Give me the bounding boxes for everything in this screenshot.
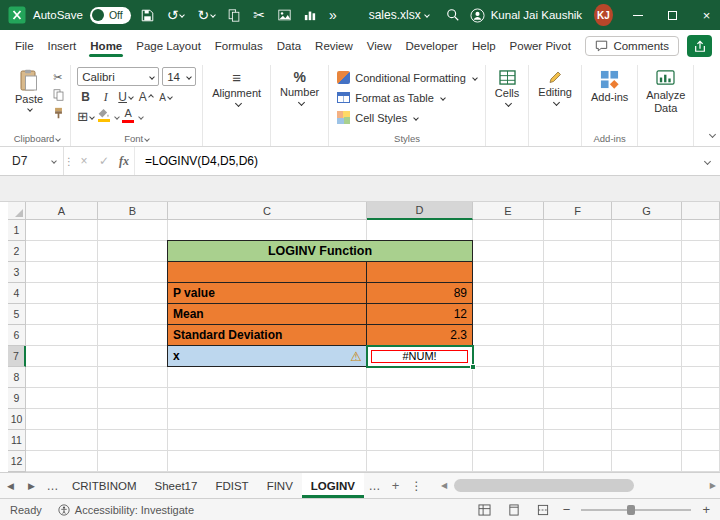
tab-power-pivot[interactable]: Power Pivot [509, 31, 572, 61]
row-header-3[interactable]: 3 [8, 262, 26, 283]
cell-d3[interactable] [367, 262, 473, 283]
grid-cell[interactable] [26, 283, 98, 304]
cell-c4[interactable]: P value [168, 283, 367, 304]
ribbon-collapse-icon[interactable] [707, 127, 715, 142]
grid-cell[interactable] [367, 388, 473, 409]
sheet-nav-prev-icon[interactable]: ◀ [0, 473, 21, 498]
add-sheet-button[interactable]: + [385, 473, 406, 498]
grid-cell[interactable] [544, 409, 612, 430]
grid-cell[interactable] [612, 430, 682, 451]
grid-cell[interactable] [367, 409, 473, 430]
grid-cell[interactable] [473, 409, 544, 430]
sheet-more-right-icon[interactable]: … [364, 473, 385, 498]
comments-button[interactable]: Comments [585, 36, 679, 56]
page-break-view-icon[interactable] [534, 502, 552, 518]
grid-cell[interactable] [473, 346, 544, 367]
sheet-options-icon[interactable]: ⋮ [406, 473, 427, 498]
grid-cell[interactable] [98, 304, 168, 325]
sheet-tab-finv[interactable]: FINV [258, 473, 302, 498]
grid-cell[interactable] [544, 325, 612, 346]
increase-font-button[interactable]: A [137, 89, 154, 105]
grid-cell[interactable] [473, 283, 544, 304]
number-format-button[interactable]: % Number [271, 65, 329, 146]
grid-cell[interactable] [612, 451, 682, 472]
autosave-toggle[interactable]: Off [90, 7, 131, 24]
grid-cell[interactable] [26, 388, 98, 409]
minimize-button[interactable] [625, 0, 652, 30]
grid-cell[interactable] [168, 388, 367, 409]
editing-button[interactable]: Editing [529, 65, 582, 146]
column-header-b[interactable]: B [98, 202, 168, 220]
column-header-e[interactable]: E [473, 202, 544, 220]
grid-cell[interactable] [544, 283, 612, 304]
formula-input[interactable]: =LOGINV(D4,D5,D6) [134, 147, 692, 175]
column-header-c[interactable]: C [168, 202, 367, 220]
grid-cell[interactable] [26, 325, 98, 346]
grid-cell[interactable] [26, 220, 98, 241]
zoom-out-icon[interactable]: − [563, 503, 571, 516]
grid-cell[interactable] [612, 346, 682, 367]
sheet-tab-critbinom[interactable]: CRITBINOM [63, 473, 146, 498]
name-box[interactable]: D7 [0, 147, 64, 175]
grid-cell[interactable] [473, 367, 544, 388]
accessibility-status[interactable]: Accessibility: Investigate [58, 504, 194, 516]
formula-bar-expand-icon[interactable] [692, 147, 720, 175]
grid-cell[interactable] [682, 388, 720, 409]
sheet-more-left-icon[interactable]: … [42, 473, 63, 498]
insert-function-icon[interactable]: fx [114, 147, 134, 175]
filename-menu[interactable]: sales.xlsx [369, 8, 429, 22]
font-name-select[interactable]: Calibri [77, 67, 159, 86]
grid-cell[interactable] [168, 451, 367, 472]
format-painter-button[interactable] [53, 106, 64, 120]
grid-cell[interactable] [682, 367, 720, 388]
grid-cell[interactable] [26, 367, 98, 388]
cell-d7-active[interactable]: #NUM! [367, 346, 473, 367]
grid-cell[interactable] [682, 430, 720, 451]
grid-cell[interactable] [367, 451, 473, 472]
cell-d6[interactable]: 2.3 [367, 325, 473, 346]
tab-file[interactable]: File [14, 31, 35, 61]
column-header-partial[interactable] [682, 202, 720, 220]
quick-cut-icon[interactable]: ✂ [250, 0, 268, 30]
table-title-cell[interactable]: LOGINV Function [168, 241, 473, 262]
decrease-font-button[interactable]: A [157, 89, 174, 105]
addins-button[interactable]: Add-ins Add-ins [582, 65, 638, 146]
row-header-6[interactable]: 6 [8, 325, 26, 346]
tab-formulas[interactable]: Formulas [214, 31, 264, 61]
grid-cell[interactable] [612, 220, 682, 241]
cell-c3[interactable] [168, 262, 367, 283]
grid-cell[interactable] [612, 241, 682, 262]
namebox-resize-handle[interactable]: ⋮ [64, 147, 74, 175]
redo-button[interactable]: ↻ [194, 0, 218, 30]
bold-button[interactable]: B [77, 89, 94, 105]
grid-cell[interactable] [473, 388, 544, 409]
grid-cell[interactable] [682, 283, 720, 304]
grid-cell[interactable] [98, 220, 168, 241]
grid-cell[interactable] [612, 409, 682, 430]
grid-cell[interactable] [473, 304, 544, 325]
sheet-tab-fdist[interactable]: FDIST [206, 473, 257, 498]
tab-view[interactable]: View [366, 31, 393, 61]
sheet-tab-loginv[interactable]: LOGINV [302, 473, 364, 498]
grid-cell[interactable] [682, 304, 720, 325]
tab-page-layout[interactable]: Page Layout [135, 31, 202, 61]
row-header-10[interactable]: 10 [8, 409, 26, 430]
hscroll-right-icon[interactable]: ▶ [710, 481, 716, 490]
borders-button[interactable]: ⊞ [77, 109, 94, 125]
row-header-12[interactable]: 12 [8, 451, 26, 472]
grid-cell[interactable] [473, 430, 544, 451]
column-header-f[interactable]: F [544, 202, 612, 220]
undo-button[interactable]: ↺ [164, 0, 188, 30]
avatar[interactable]: KJ [594, 4, 613, 26]
cells-button[interactable]: Cells [486, 65, 529, 146]
format-as-table-button[interactable]: Format as Table [337, 89, 477, 106]
grid-cell[interactable] [367, 220, 473, 241]
grid-cell[interactable] [473, 262, 544, 283]
grid-cell[interactable] [98, 325, 168, 346]
cut-button[interactable]: ✂ [53, 70, 64, 84]
grid-cell[interactable] [612, 262, 682, 283]
row-header-5[interactable]: 5 [8, 304, 26, 325]
grid-cell[interactable] [612, 388, 682, 409]
tab-home[interactable]: Home [89, 31, 123, 61]
hscroll-left-icon[interactable]: ◀ [441, 481, 447, 490]
